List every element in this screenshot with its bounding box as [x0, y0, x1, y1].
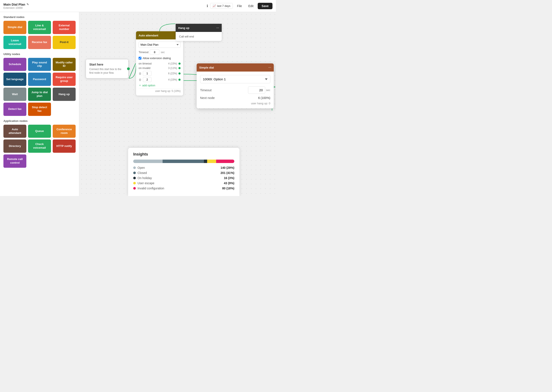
node-stop-detect-fax[interactable]: Stop detect fax [28, 103, 51, 116]
info-button[interactable]: ℹ [207, 4, 208, 8]
hangup-description: Call will end [179, 35, 194, 38]
header-title-row: Main Dial Plan ✎ [3, 3, 29, 6]
insight-open-label: Open [138, 166, 145, 169]
svg-line-2 [129, 63, 136, 78]
node-password[interactable]: Password [28, 73, 51, 86]
node-require-user-group[interactable]: Require user group [53, 73, 76, 86]
node-check-voicemail[interactable]: Check voicemail [28, 140, 51, 153]
simple-dial-timeout-row: Timeout sec [200, 86, 270, 94]
extension-dialing-checkbox[interactable] [139, 57, 141, 60]
insight-open-left: Open [133, 166, 145, 169]
edit-title-icon[interactable]: ✎ [27, 3, 29, 6]
header-actions: ℹ 📈 last 7 days File Edit Save [207, 3, 273, 9]
node-receive-fax[interactable]: Receive fax [28, 36, 51, 49]
extension-dialing-label: Allow extension dialing [143, 56, 171, 60]
node-post-it[interactable]: Post-it [53, 36, 76, 49]
auto-attendant-hangup-stat: user hang up: 5 (19%) [139, 89, 181, 93]
on-invalid-val: 3 (11%) [168, 67, 181, 70]
sidebar: Standard nodes Simple dial Line & voicem… [0, 12, 79, 196]
flow-canvas[interactable]: Start here Connect this start box to the… [79, 12, 276, 196]
option2-dot [178, 79, 181, 81]
node-schedule[interactable]: Schedule [3, 58, 26, 71]
node-external-number[interactable]: External number [53, 21, 76, 34]
insight-closed-left: Closed [133, 171, 147, 175]
on-timeout-row: on timeout 4 (15%) [139, 62, 181, 65]
page-title: Main Dial Plan [3, 3, 25, 6]
auto-attendant-node: Auto attendant ··· Main Dial Plan Timeou… [136, 31, 183, 96]
hangup-node: Hang up ··· Call will end [176, 24, 222, 41]
simple-dial-hangup-stat: user hang up: 0 [200, 102, 270, 105]
simple-dial-next-node-row: Next node 6 (100%) [200, 96, 270, 100]
simple-dial-header: Simple dial ··· [197, 63, 274, 71]
node-wait[interactable]: Wait [3, 88, 26, 101]
insight-open-dot [133, 167, 136, 169]
simple-dial-title: Simple dial [199, 66, 214, 69]
node-directory[interactable]: Directory [3, 140, 26, 153]
on-invalid-row: on invalid 3 (11%) [139, 66, 181, 70]
extension-subtitle: Extension 10068 [3, 7, 29, 9]
hangup-body: Call will end [176, 32, 222, 41]
option1-input[interactable] [143, 71, 151, 76]
timeout-input[interactable] [150, 49, 159, 55]
edit-button[interactable]: Edit [246, 3, 256, 9]
node-http-notify[interactable]: HTTP notify [53, 140, 76, 153]
on-timeout-val: 4 (15%) [168, 62, 181, 65]
node-queue[interactable]: Queue [28, 125, 51, 138]
node-set-language[interactable]: Set language [3, 73, 26, 86]
extension-dialing-row: Allow extension dialing [139, 56, 181, 60]
insight-closed-label: Closed [138, 171, 147, 175]
delete-option2-icon[interactable]: 🗑 [139, 78, 142, 81]
insight-escape-left: User escape [133, 182, 154, 185]
insight-closed-val: 201 (41%) [220, 171, 234, 175]
node-leave-voicemail[interactable]: Leave voicemail [3, 36, 26, 49]
file-button[interactable]: File [235, 3, 244, 9]
save-button[interactable]: Save [258, 3, 273, 9]
insight-closed-dot [133, 172, 136, 174]
hangup-menu[interactable]: ··· [216, 26, 219, 30]
hangup-header: Hang up ··· [176, 24, 222, 32]
node-detect-fax[interactable]: Detect fax [3, 103, 26, 116]
simple-dial-next-node-val: 6 (100%) [258, 96, 270, 100]
application-nodes-title: Application nodes [3, 119, 76, 123]
standard-nodes-grid: Simple dial Line & voicemail External nu… [3, 21, 76, 49]
bar-escape [207, 160, 216, 163]
insight-open: Open 140 (29%) [133, 166, 234, 169]
utility-nodes-grid: Schedule Play sound clip Modify caller I… [3, 58, 76, 116]
insight-closed: Closed 201 (41%) [133, 171, 234, 175]
simple-dial-node: Simple dial ··· 10069: Option 1 Timeout … [197, 63, 274, 108]
node-conference-room[interactable]: Conference room [53, 125, 76, 138]
node-auto-attendant[interactable]: Auto attendant [3, 125, 26, 138]
insight-holiday-val: 16 (3%) [224, 176, 234, 180]
node-remote-call-control[interactable]: Remote call control [3, 154, 26, 168]
analytics-button[interactable]: 📈 last 7 days [210, 3, 233, 9]
analytics-icon: 📈 [212, 4, 216, 7]
insight-escape-label: User escape [138, 182, 154, 185]
node-jump-to-dial-plan[interactable]: Jump to dial plan [28, 88, 51, 101]
dial-plan-select[interactable]: Main Dial Plan [139, 42, 181, 48]
insight-invalid-label: Invalid configuration [138, 187, 164, 190]
insights-panel: Insights Open 140 (29%) [128, 148, 239, 196]
delete-option1-icon[interactable]: 🗑 [139, 72, 142, 75]
simple-dial-timeout-input[interactable] [248, 86, 265, 94]
option1-row: 🗑 6 (22%) [139, 71, 181, 76]
insight-open-val: 140 (29%) [220, 166, 234, 169]
option1-dot [178, 72, 181, 75]
node-simple-dial[interactable]: Simple dial [3, 21, 26, 34]
timeout-unit: sec [161, 51, 165, 54]
bar-invalid [216, 160, 234, 163]
node-hang-up[interactable]: Hang up [53, 88, 76, 101]
node-modify-caller-id[interactable]: Modify caller ID [53, 58, 76, 71]
insight-invalid-dot [133, 187, 136, 189]
insight-holiday-dot [133, 177, 136, 179]
option2-row: 🗑 4 (15%) [139, 77, 181, 82]
node-play-sound-clip[interactable]: Play sound clip [28, 58, 51, 71]
add-option-label: add option [142, 84, 155, 87]
bar-closed [163, 160, 204, 163]
node-line-voicemail[interactable]: Line & voicemail [28, 21, 51, 34]
add-option-btn[interactable]: ＋ add option [139, 83, 181, 87]
option2-input[interactable] [143, 77, 151, 82]
simple-dial-select[interactable]: 10069: Option 1 [200, 75, 270, 83]
simple-dial-menu[interactable]: ··· [268, 66, 271, 70]
on-invalid-dot [178, 67, 181, 69]
auto-attendant-title: Auto attendant [139, 34, 158, 37]
